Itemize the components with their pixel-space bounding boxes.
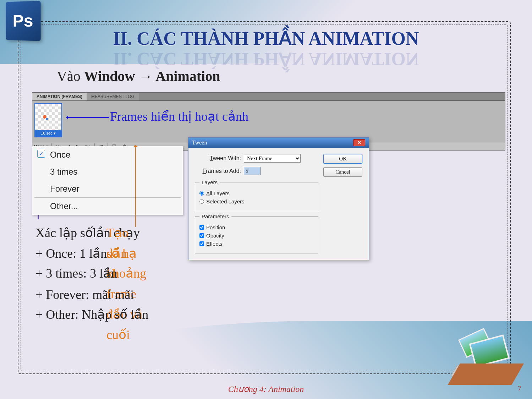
- selected-layers-option[interactable]: Selected Layers: [199, 198, 314, 204]
- page-number: 7: [518, 384, 521, 393]
- selected-layers-radio[interactable]: [199, 199, 204, 204]
- text-black: + Forever: mãi mãi: [35, 288, 134, 302]
- frames-to-add-row: Frames to Add:: [195, 167, 318, 175]
- loop-option-3times[interactable]: 3 times: [32, 163, 183, 180]
- opacity-label: Opacity: [206, 233, 224, 239]
- frame-thumbnail-1[interactable]: 1 10 sec.▾: [34, 103, 62, 137]
- loop-once-label: Once: [50, 150, 70, 159]
- tween-dialog: Tween ✕ Tween With: Next Frame Frames to…: [188, 137, 369, 260]
- loop-option-once[interactable]: ✓ Once: [32, 146, 183, 163]
- all-layers-option[interactable]: All Layers: [199, 190, 314, 196]
- parameters-fieldset: Parameters Position Opacity Effects: [195, 213, 318, 253]
- loop-option-forever[interactable]: Forever: [32, 180, 183, 197]
- loop-options-menu: ✓ Once 3 times Forever Other...: [32, 146, 183, 215]
- tab-measurement-log[interactable]: MEASUREMENT LOG: [87, 93, 139, 100]
- tween-form: Tween With: Next Frame Frames to Add: La…: [195, 154, 318, 253]
- all-layers-label: All Layers: [206, 190, 230, 196]
- body-line-2: + Once: 1 dần chlần: [35, 244, 107, 264]
- text-black: Xác lập số: [35, 226, 96, 240]
- text-black: + Once: 1: [35, 246, 89, 261]
- text-black-under: lần: [99, 266, 117, 280]
- frames-strip: 1 10 sec.▾: [32, 101, 505, 142]
- layers-fieldset: Layers All Layers Selected Layers: [195, 179, 318, 211]
- loop-option-other[interactable]: Other...: [32, 198, 183, 215]
- frames-to-add-input[interactable]: [244, 167, 261, 175]
- position-label: Position: [206, 224, 225, 230]
- intro-prefix: Vào: [57, 68, 84, 84]
- position-checkbox[interactable]: [199, 225, 204, 230]
- intro-bold: Window → Animation: [84, 68, 220, 84]
- check-icon: ✓: [37, 150, 45, 158]
- position-option[interactable]: Position: [199, 224, 314, 230]
- laptop-decorative-icon: [440, 328, 518, 385]
- body-line-1: Xác lập số Tạo số hạlần chạy: [35, 223, 140, 244]
- effects-checkbox[interactable]: [199, 241, 204, 246]
- tween-with-row: Tween With: Next Frame: [195, 154, 318, 163]
- arrow-orange-icon: [135, 146, 136, 227]
- desk-icon: [448, 364, 524, 385]
- opacity-option[interactable]: Opacity: [199, 233, 314, 239]
- text-black2: lần: [89, 246, 107, 261]
- tween-buttons: OK Cancel: [323, 154, 362, 253]
- frame-delay-label[interactable]: 10 sec.▾: [35, 130, 61, 137]
- selected-layers-label: Selected Layers: [206, 198, 245, 204]
- slide-title: II. CÁC THÀNH PHẦN ANIMATION: [0, 28, 532, 49]
- ok-button[interactable]: OK: [323, 154, 362, 164]
- tab-animation-frames[interactable]: ANIMATION (FRAMES): [32, 93, 87, 100]
- tween-titlebar[interactable]: Tween ✕: [188, 138, 369, 148]
- slide-title-reflection: II. CÁC THÀNH PHẦN ANIMATION: [0, 49, 532, 69]
- arrow-blue-icon: [67, 117, 109, 118]
- text-black: + 3 times: 3: [35, 266, 99, 280]
- frames-to-add-label: Frames to Add:: [195, 168, 241, 174]
- effects-label: Effects: [206, 241, 223, 247]
- tween-title-text: Tween: [192, 140, 207, 146]
- annotation-frames-label: Frames hiển thị hoạt cảnh: [110, 110, 248, 123]
- cancel-button[interactable]: Cancel: [323, 167, 362, 177]
- text-black: + Other: Nhập số lần: [35, 307, 148, 322]
- panel-tabs: ANIMATION (FRAMES) MEASUREMENT LOG: [32, 93, 505, 101]
- opacity-checkbox[interactable]: [199, 233, 204, 238]
- intro-text: Vào Window → Animation: [57, 69, 220, 83]
- layers-legend: Layers: [199, 179, 220, 185]
- parameters-legend: Parameters: [199, 213, 231, 219]
- sample-dot2-icon: [46, 118, 48, 120]
- body-line-5: + Other: Nhập số lần: [35, 305, 148, 325]
- close-button[interactable]: ✕: [353, 139, 365, 146]
- tween-with-label: Tween With:: [195, 155, 241, 162]
- body-line-3: + 3 times: 3 khoảng frame đầu và cuốilần: [35, 263, 117, 284]
- photoshop-logo-icon: Ps: [6, 1, 41, 41]
- body-line-4: + Forever: mãi mãi: [35, 285, 134, 305]
- tween-body: Tween With: Next Frame Frames to Add: La…: [188, 148, 369, 260]
- tween-with-select[interactable]: Next Frame: [244, 154, 301, 163]
- footer-chapter: Chương 4: Animation: [0, 384, 532, 394]
- frame-canvas-checker: [35, 104, 61, 130]
- all-layers-radio[interactable]: [199, 191, 204, 196]
- effects-option[interactable]: Effects: [199, 241, 314, 247]
